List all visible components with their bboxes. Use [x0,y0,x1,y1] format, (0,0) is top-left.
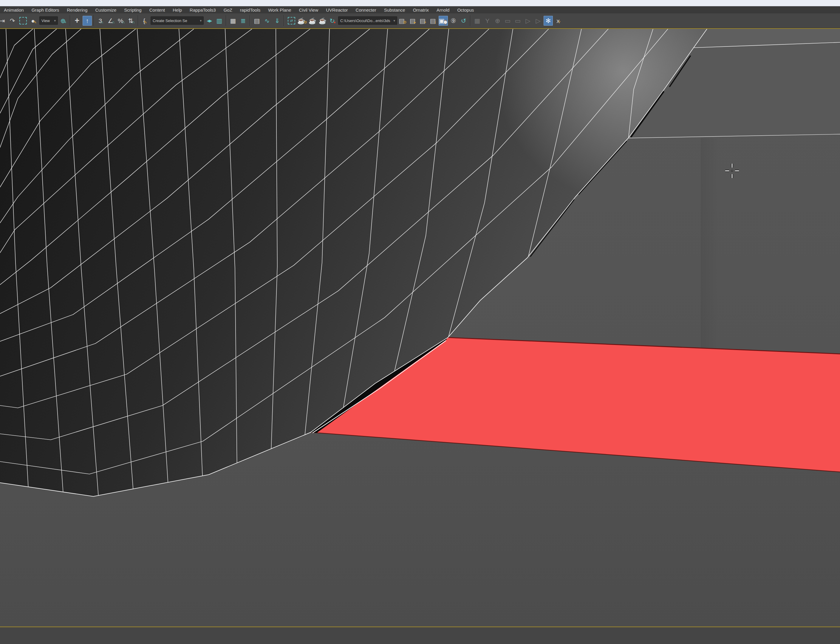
project-folder-add-icon[interactable]: ▤+ [418,16,427,26]
project-folder-sync-icon[interactable]: ▤↕ [429,16,438,26]
named-selection-sets-dropdown[interactable]: Create Selection Se▾ [151,16,204,25]
chevron-down-icon: ▾ [200,19,202,23]
menu-item-ornatrix[interactable]: Ornatrix [409,6,433,13]
angle-snap-icon[interactable]: ∠∩ [107,16,116,26]
window-title-strip [0,0,840,6]
chevron-down-icon: ▾ [393,19,395,23]
menu-item-substance[interactable]: Substance [380,6,409,13]
menu-item-customize[interactable]: Customize [91,6,120,13]
ribbon-toggle-icon[interactable]: ▤ [252,16,261,26]
menu-bar: AnimationGraph EditorsRenderingCustomize… [0,6,840,13]
select-object-icon[interactable]: ●✎ [29,16,38,26]
selection-region-icon[interactable] [20,17,27,25]
select-and-link-icon[interactable]: ⇥ [0,16,7,26]
link-box-alt-disabled-icon[interactable]: ▭ [513,16,523,26]
autobackup-interval-icon[interactable]: ⑨ [449,16,458,26]
project-path-dropdown[interactable]: C:\Users\Occul\Do...ents\3ds Max 2024▾ [338,16,397,25]
select-and-move-icon[interactable]: + [72,16,82,26]
render-region-icon[interactable]: ⇄ [288,17,295,25]
menu-item-uvreactor[interactable]: UVReactor [322,6,352,13]
align-icon[interactable]: ▥ [215,16,224,26]
selection-cone-disabled-icon[interactable]: ▷ [523,16,533,26]
menu-item-animation[interactable]: Animation [0,6,28,13]
render-iterative-icon[interactable]: ↻● [328,16,337,26]
selection-cone-alt-disabled-icon[interactable]: ▷ [533,16,543,26]
status-bar: X: 1087,672cm Y: 212,561cm Z: 0,0 Enable… [0,627,840,644]
menu-item-rappatools3[interactable]: RappaTools3 [186,6,220,13]
menu-item-civil-view[interactable]: Civil View [295,6,322,13]
explicit-help-icon[interactable]: x? [554,16,563,26]
scene-explorer-icon[interactable]: ≣ [238,16,248,26]
add-snap-disabled-icon[interactable]: ⊕ [493,16,502,26]
toolbar-separator [250,15,250,26]
snaps-use-pivot-icon[interactable]: ⊕+ [59,16,68,26]
named-selection-sets-dropdown-label: Create Selection Se [153,18,198,23]
toolbar-separator [226,15,227,26]
project-folder-settings-icon[interactable]: ▤⚙ [398,16,407,26]
project-path-dropdown-label: C:\Users\Occul\Do...ents\3ds Max 2024 [340,18,391,23]
view-reference-dropdown[interactable]: View▾ [39,16,58,25]
perspective-viewport[interactable] [0,29,840,627]
viewport-canvas[interactable] [0,29,840,627]
menu-item-scripting[interactable]: Scripting [120,6,145,13]
menu-item-connecter[interactable]: Connecter [352,6,380,13]
schematic-view-icon[interactable]: ⇓ [273,16,282,26]
layer-manager-icon[interactable]: ▦ [228,16,238,26]
menu-item-rendering[interactable]: Rendering [63,6,91,13]
grid-snap-disabled-icon[interactable]: ▦ [473,16,482,26]
menu-item-help[interactable]: Help [169,6,186,13]
toolbar-separator [470,15,471,26]
menu-item-graph-editors[interactable]: Graph Editors [28,6,63,13]
main-toolbar: ⇥↷●✎View▾⊕++↑3∩∠∩%∩⇅∩{✎Create Selection … [0,13,840,28]
chevron-down-icon: ▾ [54,19,56,23]
autobackup-toggle-button[interactable]: ▣⌚ [439,16,448,26]
curve-editor-icon[interactable]: ∿ [262,16,272,26]
menu-item-goz[interactable]: GoZ [220,6,236,13]
soft-shading-band [701,138,718,353]
redo-icon[interactable]: ↷ [8,16,17,26]
edit-named-selections-icon[interactable]: {✎ [140,16,150,26]
select-and-place-button[interactable]: ↑ [82,16,92,26]
project-folder-open-icon[interactable]: ▤▸ [408,16,418,26]
menu-item-work-plane[interactable]: Work Plane [264,6,295,13]
toolbar-separator [138,15,139,26]
menu-item-arnold[interactable]: Arnold [433,6,453,13]
rendered-frame-window-icon[interactable]: ☕ [308,16,317,26]
menu-item-content[interactable]: Content [146,6,169,13]
toolbar-separator [284,15,284,26]
toolbar-separator [94,15,95,26]
link-box-disabled-icon[interactable]: ▭ [503,16,512,26]
percent-snap-icon[interactable]: %∩ [117,16,126,26]
3ds-max-window: { "app": {"name": "3ds Max 2024", "theme… [0,0,840,644]
snap-toggle-3d-icon[interactable]: 3∩ [96,16,105,26]
render-production-icon[interactable]: ☕ [318,16,327,26]
freeze-transforms-button[interactable]: ✻ [544,16,553,26]
menu-item-octopus[interactable]: Octopus [453,6,478,13]
menu-item-rapidtools[interactable]: rapidTools [236,6,264,13]
undo-history-icon[interactable]: ↺ [459,16,468,26]
render-setup-icon[interactable]: ☕⚙ [298,16,307,26]
mirror-icon[interactable]: ◀▶ [205,16,214,26]
toolbar-separator [70,15,71,26]
spinner-snap-icon[interactable]: ⇅∩ [127,16,136,26]
view-reference-dropdown-label: View [41,18,52,23]
split-tool-disabled-icon[interactable]: Y [483,16,492,26]
